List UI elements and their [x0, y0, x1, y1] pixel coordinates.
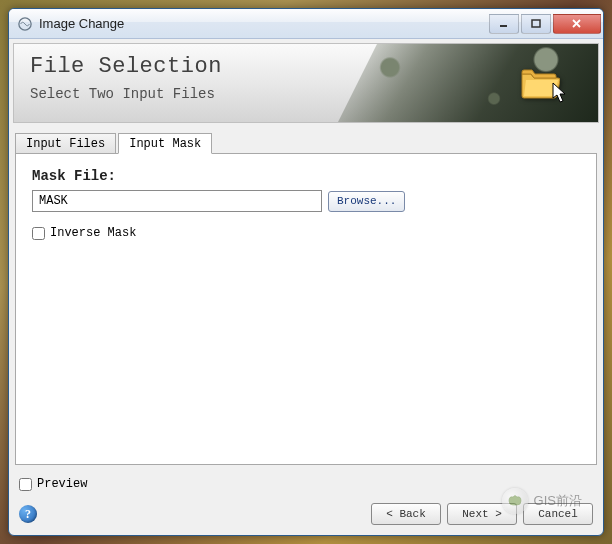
inverse-mask-row[interactable]: Inverse Mask	[32, 226, 580, 240]
help-button[interactable]: ?	[19, 505, 37, 523]
page-title: File Selection	[30, 54, 222, 79]
content-area: File Selection Select Two Input Files In…	[9, 39, 603, 535]
browse-button[interactable]: Browse...	[328, 191, 405, 212]
back-button[interactable]: < Back	[371, 503, 441, 525]
titlebar[interactable]: Image Change	[9, 9, 603, 39]
image-change-window: Image Change File Selection Select Two I…	[8, 8, 604, 536]
tab-panel-input-mask: Mask File: Browse... Inverse Mask	[15, 153, 597, 465]
page-subtitle: Select Two Input Files	[30, 86, 215, 102]
wizard-header: File Selection Select Two Input Files	[13, 43, 599, 123]
inverse-mask-label: Inverse Mask	[50, 226, 136, 240]
mask-file-input[interactable]	[32, 190, 322, 212]
preview-label: Preview	[37, 477, 87, 491]
preview-checkbox-row[interactable]: Preview	[19, 477, 87, 491]
window-controls	[489, 14, 601, 34]
cancel-button[interactable]: Cancel	[523, 503, 593, 525]
preview-row: Preview	[9, 471, 603, 497]
footer: ? < Back Next > Cancel	[9, 497, 603, 535]
preview-checkbox[interactable]	[19, 478, 32, 491]
cursor-icon	[552, 82, 568, 108]
tab-input-files[interactable]: Input Files	[15, 133, 116, 153]
minimize-button[interactable]	[489, 14, 519, 34]
window-title: Image Change	[39, 16, 489, 31]
app-icon	[17, 16, 33, 32]
mask-file-row: Browse...	[32, 190, 580, 212]
svg-rect-2	[532, 20, 540, 27]
mask-file-label: Mask File:	[32, 168, 580, 184]
maximize-button[interactable]	[521, 14, 551, 34]
inverse-mask-checkbox[interactable]	[32, 227, 45, 240]
tabs: Input Files Input Mask	[15, 131, 597, 153]
close-button[interactable]	[553, 14, 601, 34]
tab-input-mask[interactable]: Input Mask	[118, 133, 212, 154]
next-button[interactable]: Next >	[447, 503, 517, 525]
